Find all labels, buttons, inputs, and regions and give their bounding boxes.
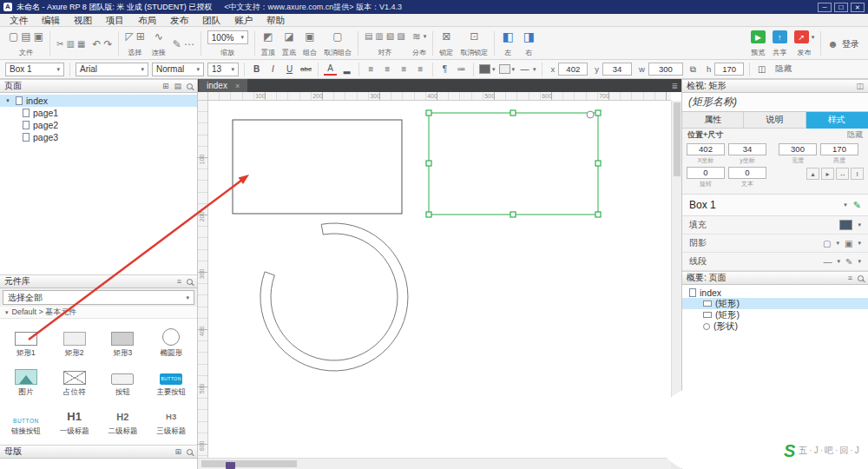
widget-button[interactable]: 按钮	[99, 361, 148, 400]
tab-index[interactable]: index ×	[199, 79, 247, 92]
widget-rect3[interactable]: 矩形3	[99, 322, 148, 361]
font-color-button[interactable]: A	[324, 63, 337, 76]
resize-handle-n[interactable]	[510, 110, 516, 116]
rectangle-widget-1[interactable]	[233, 120, 402, 214]
edit-style-icon[interactable]: ✎	[853, 200, 861, 211]
resize-handle-se[interactable]	[595, 212, 601, 217]
strikethrough-button[interactable]: abc	[299, 63, 312, 76]
widget-h3[interactable]: H3 三级标题	[147, 400, 195, 439]
menu-file[interactable]: 文件	[3, 14, 35, 26]
horizontal-scrollbar[interactable]	[198, 458, 671, 469]
menu-publish[interactable]: 发布	[163, 14, 195, 26]
search-icon[interactable]	[187, 83, 193, 89]
widget-h2[interactable]: H2 二级标题	[99, 400, 148, 439]
width-input[interactable]: 300	[648, 63, 683, 76]
resize-handle-ne[interactable]	[595, 110, 601, 116]
redo-icon[interactable]: ↷	[103, 38, 112, 50]
widget-h1[interactable]: H1 一级标题	[50, 400, 99, 439]
widget-ellipse[interactable]: 椭圆形	[147, 322, 195, 361]
border-color-button[interactable]: ▾	[499, 64, 516, 74]
page-item-page1[interactable]: page1	[0, 107, 197, 119]
unlock-button[interactable]: ⊡ 取消锁定	[457, 29, 491, 58]
search-icon[interactable]	[187, 279, 193, 285]
outline-item-rect[interactable]: (矩形)	[682, 309, 868, 320]
widget-style-select[interactable]: Box 1 ▾ ✎	[682, 194, 868, 216]
text-align-left-button[interactable]: ≡	[365, 63, 378, 76]
ungroup-button[interactable]: ▢ 取消组合	[320, 29, 355, 58]
paragraph-button[interactable]: ¶	[438, 63, 451, 76]
share-button[interactable]: ↑ 共享	[769, 29, 791, 58]
list-button[interactable]: ≔	[455, 63, 468, 76]
font-size-select[interactable]: 13 ▾	[207, 63, 239, 76]
align-bottom-icon[interactable]: ▨	[397, 30, 404, 43]
menu-team[interactable]: 团队	[195, 14, 227, 26]
close-button[interactable]: ✕	[851, 3, 865, 12]
filter-icon[interactable]: ≡	[848, 274, 852, 282]
insp-w-input[interactable]: 300	[779, 143, 817, 155]
tab-notes[interactable]: 说明	[744, 112, 806, 129]
insp-h-input[interactable]: 170	[820, 143, 858, 155]
expand-icon[interactable]: ▼	[5, 98, 12, 103]
outline-item-index[interactable]: index	[682, 287, 868, 298]
add-folder-icon[interactable]: ⊞	[162, 82, 169, 90]
line-width-icon[interactable]: —	[824, 257, 832, 267]
bold-button[interactable]: B	[250, 63, 263, 76]
flip-vertical-button[interactable]: ▴	[806, 168, 819, 180]
inner-shadow-icon[interactable]: ▣	[845, 239, 852, 248]
selected-rectangle[interactable]	[426, 110, 601, 217]
tab-list-icon[interactable]: ≣	[671, 82, 678, 90]
align-center-icon[interactable]: ▥	[375, 30, 383, 43]
widget-link-button[interactable]: BUTTON 链接按钮	[2, 400, 50, 439]
text-align-justify-button[interactable]: ≡	[414, 63, 427, 76]
text-rotation-input[interactable]: 0	[728, 167, 766, 179]
dock-icon[interactable]: ◫	[856, 82, 864, 90]
hamburger-icon[interactable]: ≡	[177, 277, 181, 286]
resize-handle-w[interactable]	[426, 161, 431, 166]
text-align-center-button[interactable]: ≡	[381, 63, 394, 76]
widget-rect2[interactable]: 矩形2	[50, 322, 99, 361]
select-contain-icon[interactable]: ⊞	[136, 30, 145, 43]
distribute-button[interactable]: ≋ ▾ 分布	[409, 29, 431, 58]
outline-item-shape[interactable]: (形状)	[682, 320, 868, 332]
outer-shadow-icon[interactable]: ▢	[823, 239, 831, 248]
align-left-icon[interactable]: ▤	[365, 30, 372, 43]
connect-icon[interactable]: ∿	[155, 30, 163, 43]
open-file-icon[interactable]: ▤	[21, 30, 30, 43]
hide-icon[interactable]: ◫	[755, 63, 768, 76]
line-style-button[interactable]: — ▾	[518, 63, 536, 76]
library-section-header[interactable]: ▾ Default > 基本元件	[0, 307, 197, 319]
widget-rect1[interactable]: 矩形1	[2, 322, 50, 361]
canvas-page[interactable]	[208, 101, 671, 458]
widget-placeholder[interactable]: 占位符	[50, 361, 99, 400]
resize-handle-nw[interactable]	[426, 110, 431, 116]
y-input[interactable]: 34	[602, 63, 632, 76]
page-item-page3[interactable]: page3	[0, 131, 197, 143]
more-icon[interactable]: ⋯	[184, 38, 194, 50]
widget-primary-button[interactable]: BUTTON 主要按钮	[147, 361, 195, 400]
fill-color-swatch[interactable]	[839, 220, 852, 230]
preview-button[interactable]: ▶ 预览	[747, 29, 769, 58]
copy-icon[interactable]: ▥	[66, 38, 74, 50]
menu-edit[interactable]: 编辑	[35, 14, 67, 26]
font-family-select[interactable]: Arial ▾	[76, 63, 148, 76]
pen-icon[interactable]: ✎	[173, 38, 181, 50]
menu-view[interactable]: 视图	[67, 14, 99, 26]
vertical-scroll-thumb[interactable]	[674, 102, 681, 176]
tab-style[interactable]: 样式	[806, 112, 868, 129]
send-to-back-button[interactable]: ◪ 置底	[279, 29, 299, 58]
interaction-badge-icon[interactable]	[587, 111, 594, 118]
right-panel-button[interactable]: ◨ 右	[518, 29, 539, 58]
group-button[interactable]: ▣ 组合	[299, 29, 320, 58]
minimize-button[interactable]: ─	[818, 3, 832, 12]
widget-image[interactable]: 图片	[2, 361, 50, 400]
publish-button[interactable]: ↗ ▾ 发布	[791, 29, 819, 58]
insp-x-input[interactable]: 402	[687, 143, 725, 155]
text-align-right-button[interactable]: ≡	[398, 63, 411, 76]
widget-name-input[interactable]: (矩形名称)	[682, 93, 868, 112]
left-panel-button[interactable]: ◧ 左	[497, 29, 518, 58]
shape-style-select[interactable]: Box 1 ▾	[5, 63, 64, 76]
cut-icon[interactable]: ✂	[56, 38, 63, 50]
library-filter-select[interactable]: 选择全部 ▾	[3, 290, 194, 305]
add-folder-icon[interactable]: ⊞	[174, 447, 181, 456]
fill-color-button[interactable]: ▾	[479, 64, 496, 74]
